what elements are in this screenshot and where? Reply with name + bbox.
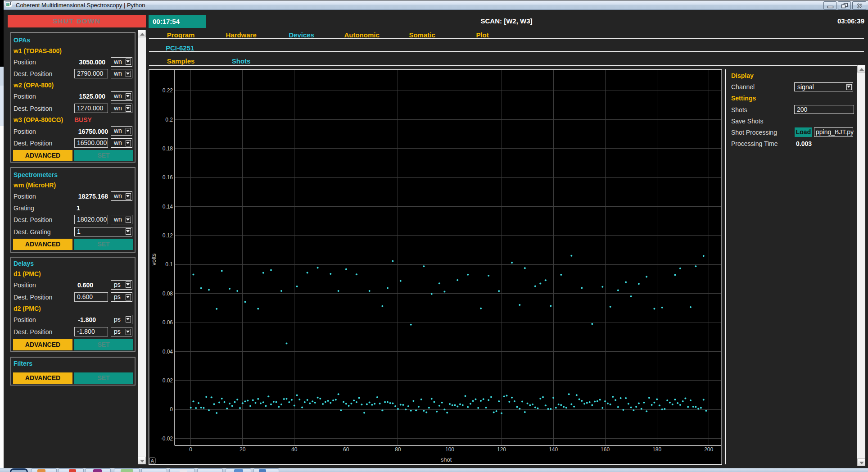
svg-text:0.14: 0.14 <box>163 204 173 210</box>
svg-text:40: 40 <box>291 446 298 453</box>
svg-text:180: 180 <box>652 446 661 453</box>
svg-text:200: 200 <box>704 446 713 453</box>
svg-text:160: 160 <box>601 446 610 453</box>
svg-text:0.08: 0.08 <box>163 290 173 297</box>
svg-text:0.2: 0.2 <box>165 117 173 123</box>
svg-text:0.16: 0.16 <box>163 174 173 181</box>
svg-text:120: 120 <box>497 446 506 453</box>
svg-text:0.18: 0.18 <box>163 145 173 152</box>
svg-text:80: 80 <box>395 446 401 453</box>
svg-text:A: A <box>151 458 154 463</box>
svg-text:0.12: 0.12 <box>163 232 173 239</box>
svg-text:-0.02: -0.02 <box>161 436 173 442</box>
svg-text:100: 100 <box>445 446 454 453</box>
svg-text:0.1: 0.1 <box>165 261 173 268</box>
svg-text:0: 0 <box>170 406 173 413</box>
svg-text:0.02: 0.02 <box>163 377 173 384</box>
svg-text:shot: shot <box>441 456 452 463</box>
svg-text:60: 60 <box>343 446 349 453</box>
svg-text:volts: volts <box>150 253 157 265</box>
svg-text:0: 0 <box>189 446 192 453</box>
svg-text:20: 20 <box>240 446 246 453</box>
svg-text:0.06: 0.06 <box>163 319 173 326</box>
svg-text:0.22: 0.22 <box>163 87 173 94</box>
svg-text:0.04: 0.04 <box>163 349 173 355</box>
svg-text:140: 140 <box>549 446 558 453</box>
